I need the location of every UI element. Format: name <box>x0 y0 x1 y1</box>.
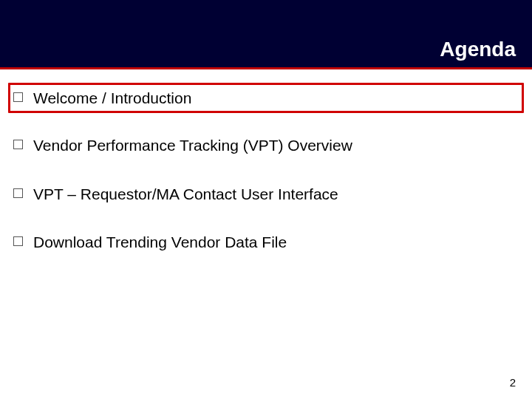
page-number: 2 <box>510 376 516 389</box>
bullet-item: VPT – Requestor/MA Contact User Interfac… <box>9 180 523 208</box>
checkbox-icon <box>13 92 23 102</box>
bullet-text: Vendor Performance Tracking (VPT) Overvi… <box>33 135 352 155</box>
bullet-item-highlighted: Welcome / Introduction <box>8 83 524 113</box>
slide-content: Welcome / Introduction Vendor Performanc… <box>0 69 532 256</box>
slide-header: Agenda <box>0 0 532 69</box>
bullet-text: Download Trending Vendor Data File <box>33 232 287 252</box>
bullet-item: Vendor Performance Tracking (VPT) Overvi… <box>9 131 523 160</box>
bullet-item: Download Trending Vendor Data File <box>9 228 523 256</box>
checkbox-icon <box>13 188 23 198</box>
bullet-text: VPT – Requestor/MA Contact User Interfac… <box>33 184 338 204</box>
checkbox-icon <box>13 140 23 149</box>
slide-title: Agenda <box>440 38 516 61</box>
bullet-text: Welcome / Introduction <box>33 88 191 108</box>
checkbox-icon <box>13 236 23 246</box>
